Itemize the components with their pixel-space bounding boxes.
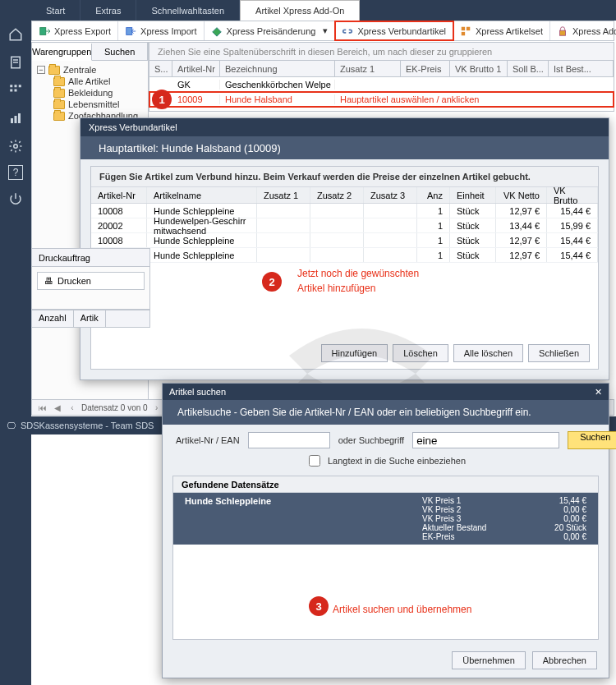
col-s[interactable]: S... (149, 61, 172, 76)
result-kv: EK-Preis0,00 € (422, 532, 586, 541)
vcol-z3[interactable]: Zusatz 3 (364, 187, 417, 203)
result-row[interactable]: Hunde Schleppleine VK Preis 115,44 €VK P… (173, 493, 598, 545)
grid-row[interactable]: GK Geschenkkörbchen Welpe (149, 77, 614, 92)
menu-tab-extras[interactable]: Extras (80, 0, 136, 21)
svg-rect-0 (40, 27, 46, 34)
menu-tab-schnellwahl[interactable]: Schnellwahltasten (136, 0, 240, 21)
col-z1[interactable]: Zusatz 1 (335, 61, 401, 76)
ribbon-price[interactable]: Xpress Preisänderung▾ (205, 21, 336, 40)
folder-icon (48, 66, 60, 75)
input-suchbegriff[interactable] (412, 432, 559, 448)
pager-text: Datensatz 0 von 0 (81, 403, 148, 412)
close-icon[interactable]: ✕ (595, 387, 602, 398)
ribbon-deactivate[interactable]: Xpress Add-On deaktivieren (550, 21, 616, 40)
vcol-net[interactable]: VK Netto (496, 187, 547, 203)
col-ist[interactable]: Ist Best... (549, 61, 614, 76)
price-icon (211, 25, 223, 37)
print-panel: Druckauftrag 🖶Drucken (31, 248, 150, 310)
verbund-row[interactable]: 20002Hundewelpen-Geschirr mitwachsend1St… (91, 218, 598, 233)
power-icon[interactable] (7, 190, 25, 208)
btn-delete-all[interactable]: Alle löschen (453, 344, 523, 362)
pager-prev2[interactable]: ‹ (67, 402, 78, 413)
subtab-artik[interactable]: Artik (74, 310, 106, 327)
print-button[interactable]: 🖶Drucken (37, 272, 145, 290)
chevron-down-icon: ▾ (323, 25, 328, 36)
ribbon-verbund[interactable]: Xpress Verbundartikel (335, 21, 453, 40)
folder-icon (53, 100, 65, 109)
svg-rect-15 (15, 116, 17, 123)
grid-row-highlight[interactable]: 10009 Hunde Halsband Hauptartikel auswäh… (149, 92, 614, 107)
annotation-marker-2: 2 (262, 272, 282, 292)
btn-uebernehmen[interactable]: Übernehmen (452, 651, 526, 669)
ribbon-set[interactable]: Xpress Artikelset (453, 21, 550, 40)
btn-add[interactable]: Hinzufügen (321, 344, 388, 362)
btn-delete[interactable]: Löschen (393, 344, 448, 362)
svg-rect-2 (462, 26, 465, 30)
dialog-verbund-title: Xpress Verbundartikel (80, 118, 609, 136)
vcol-br[interactable]: VK Brutto (547, 187, 598, 203)
dialog-search-subtitle: Artikelsuche - Geben Sie die Artikel-Nr … (163, 400, 609, 425)
lock-icon (557, 25, 568, 37)
link-icon (342, 25, 353, 37)
svg-rect-11 (19, 85, 21, 87)
tree-root[interactable]: −Zentrale (35, 64, 145, 76)
tab-suchen[interactable]: Suchen (92, 43, 148, 60)
folder-icon (53, 77, 65, 86)
tree-item[interactable]: Alle Artikel (35, 76, 145, 87)
menubar: Start Extras Schnellwahltasten Artikel X… (0, 0, 616, 21)
verbund-table: Artikel-Nr Artikelname Zusatz 1 Zusatz 2… (91, 187, 598, 263)
col-ek[interactable]: EK-Preis (401, 61, 450, 76)
result-kv: Aktueller Bestand20 Stück (422, 523, 586, 532)
svg-rect-13 (15, 90, 17, 92)
verbund-hint: Fügen Sie Artikel zum Verbund hinzu. Bei… (91, 167, 598, 187)
checkbox-langtext[interactable] (309, 455, 320, 467)
result-kv: VK Preis 115,44 € (422, 496, 586, 505)
dialog-search-titlebar: Aritkel suchen ✕ (163, 384, 609, 400)
side-iconstrip: ? (0, 21, 31, 685)
input-artnr[interactable] (248, 432, 330, 448)
col-vk[interactable]: VK Brutto 1 (450, 61, 508, 76)
ribbon-export[interactable]: Xpress Export (32, 21, 118, 40)
btn-close[interactable]: Schließen (528, 344, 590, 362)
chart-icon[interactable] (7, 109, 25, 127)
verbund-row[interactable]: 10008Hunde Schleppleine1Stück12,97 €15,4… (91, 233, 598, 248)
printer-icon: 🖶 (44, 276, 53, 286)
grid-icon[interactable] (7, 81, 25, 99)
vcol-z2[interactable]: Zusatz 2 (310, 187, 364, 203)
tab-warengruppen[interactable]: Warengruppen (32, 44, 92, 61)
grid-header: S... Artikel-Nr Bezeichnung Zusatz 1 EK-… (149, 61, 614, 77)
col-name[interactable]: Bezeichnung (220, 61, 335, 76)
menu-tab-xpress[interactable]: Artikel Xpress Add-On (240, 0, 360, 21)
ribbon-import[interactable]: Xpress Import (118, 21, 204, 40)
doc-icon[interactable] (7, 53, 25, 71)
search-checkbox-row: Langtext in die Suche einbeziehen (163, 453, 609, 476)
pager-first[interactable]: ⏮ (37, 402, 48, 413)
gear-icon[interactable] (7, 137, 25, 155)
pager-next2[interactable]: › (151, 402, 163, 413)
menu-tab-start[interactable]: Start (31, 0, 80, 21)
btn-abbrechen[interactable]: Abbrechen (532, 651, 597, 669)
result-kv: VK Preis 30,00 € (422, 514, 586, 523)
vcol-z1[interactable]: Zusatz 1 (257, 187, 310, 203)
search-button[interactable]: Suchen (568, 431, 616, 449)
tree-item[interactable]: Lebensmittel (35, 99, 145, 110)
vcol-name[interactable]: Artikelname (147, 187, 257, 203)
vcol-nr[interactable]: Artikel-Nr (91, 187, 147, 203)
result-kv: VK Preis 20,00 € (422, 505, 586, 514)
verbund-row[interactable]: 10008Hunde Schleppleine1Stück12,97 €15,4… (91, 248, 598, 263)
vcol-ein[interactable]: Einheit (450, 187, 496, 203)
pager-prev[interactable]: ◀ (52, 402, 63, 413)
bottom-subtabs: Anzahl Artik (31, 310, 150, 328)
annotation-3-text: Artikel suchen und übernehmen (333, 604, 471, 615)
home-icon[interactable] (7, 25, 25, 44)
col-soll[interactable]: Soll B... (508, 61, 549, 76)
annotation-marker-1: 1 (152, 90, 172, 109)
tree-item[interactable]: Bekleidung (35, 87, 145, 99)
status-text: SDSKassensysteme - Team SDS (21, 421, 154, 430)
vcol-anz[interactable]: Anz (417, 187, 450, 203)
results-header: Gefundene Datensätze (173, 476, 598, 493)
help-icon[interactable]: ? (8, 165, 23, 180)
dialog-verbund: Xpress Verbundartikel Hauptartikel: Hund… (80, 117, 609, 380)
subtab-anzahl[interactable]: Anzahl (32, 310, 74, 327)
col-nr[interactable]: Artikel-Nr (172, 61, 220, 76)
